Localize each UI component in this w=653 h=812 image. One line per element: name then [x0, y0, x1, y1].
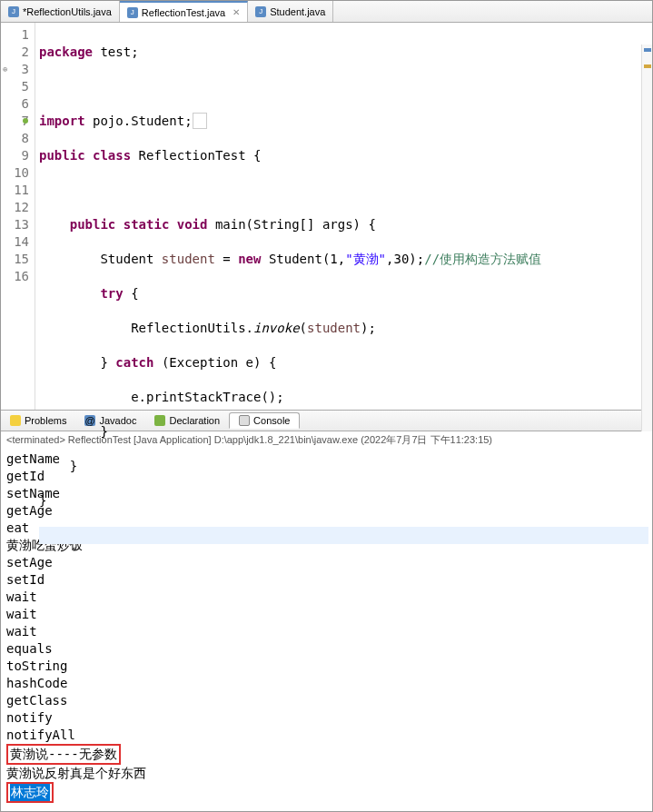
close-icon[interactable]: ✕: [233, 7, 240, 17]
java-file-icon: J: [127, 7, 138, 18]
highlight-box: 林志玲: [6, 782, 54, 803]
java-file-icon: J: [8, 6, 19, 17]
problems-icon: [10, 415, 21, 426]
tab-reflectiontest[interactable]: JReflectionTest.java✕: [120, 1, 248, 22]
java-file-icon: J: [255, 6, 266, 17]
overview-ruler[interactable]: [641, 45, 652, 431]
tab-label: *ReflectionUtils.java: [23, 6, 112, 17]
highlight-box: 黄渤说----无参数: [6, 744, 121, 765]
selection: 林志玲: [10, 784, 50, 801]
line-gutter: 1 2 3 5 6 7 8 9 10 11 12 13 14 15 16: [1, 23, 35, 410]
tab-reflectionutils[interactable]: J*ReflectionUtils.java: [1, 1, 120, 22]
code-editor[interactable]: 1 2 3 5 6 7 8 9 10 11 12 13 14 15 16 pac…: [1, 23, 652, 410]
code-area[interactable]: package test; import pojo.Student; publi…: [35, 23, 652, 410]
editor-tabs: J*ReflectionUtils.java JReflectionTest.j…: [1, 1, 652, 23]
tab-label: ReflectionTest.java: [142, 7, 225, 18]
tab-student[interactable]: JStudent.java: [248, 1, 333, 22]
tab-label: Student.java: [270, 6, 325, 17]
